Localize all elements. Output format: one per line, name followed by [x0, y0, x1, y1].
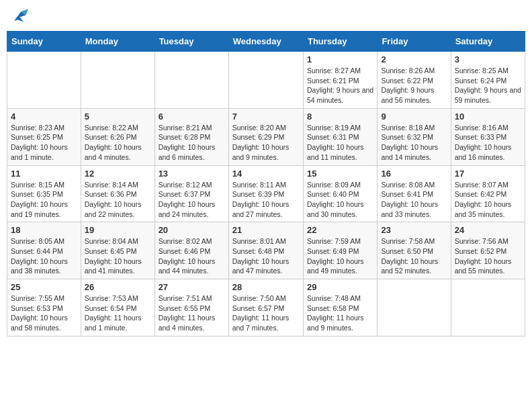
- day-info: Sunrise: 8:21 AM Sunset: 6:28 PM Dayligh…: [159, 123, 225, 163]
- day-info: Sunrise: 7:59 AM Sunset: 6:49 PM Dayligh…: [307, 236, 373, 276]
- day-of-week-header: Thursday: [303, 32, 377, 52]
- calendar-cell: 11Sunrise: 8:15 AM Sunset: 6:35 PM Dayli…: [7, 165, 81, 222]
- day-number: 10: [455, 111, 521, 122]
- day-of-week-header: Saturday: [451, 32, 525, 52]
- calendar-cell: [154, 52, 228, 109]
- day-number: 8: [307, 111, 373, 122]
- day-info: Sunrise: 8:02 AM Sunset: 6:46 PM Dayligh…: [159, 236, 225, 276]
- day-of-week-header: Friday: [378, 32, 451, 52]
- calendar-cell: 6Sunrise: 8:21 AM Sunset: 6:28 PM Daylig…: [154, 108, 228, 165]
- day-info: Sunrise: 8:26 AM Sunset: 6:22 PM Dayligh…: [381, 66, 447, 105]
- day-number: 16: [381, 169, 447, 179]
- calendar-week-row: 4Sunrise: 8:23 AM Sunset: 6:25 PM Daylig…: [7, 108, 525, 165]
- day-info: Sunrise: 8:22 AM Sunset: 6:26 PM Dayligh…: [85, 123, 151, 163]
- calendar-header-row: SundayMondayTuesdayWednesdayThursdayFrid…: [7, 32, 525, 52]
- day-info: Sunrise: 7:53 AM Sunset: 6:54 PM Dayligh…: [85, 293, 151, 333]
- day-info: Sunrise: 8:25 AM Sunset: 6:24 PM Dayligh…: [455, 66, 521, 105]
- day-number: 3: [455, 54, 521, 64]
- calendar-cell: 9Sunrise: 8:18 AM Sunset: 6:32 PM Daylig…: [378, 108, 451, 165]
- day-number: 1: [307, 54, 373, 64]
- day-info: Sunrise: 8:11 AM Sunset: 6:39 PM Dayligh…: [232, 180, 300, 220]
- calendar-cell: 5Sunrise: 8:22 AM Sunset: 6:26 PM Daylig…: [81, 108, 154, 165]
- calendar-cell: 26Sunrise: 7:53 AM Sunset: 6:54 PM Dayli…: [81, 279, 154, 336]
- calendar-cell: 27Sunrise: 7:51 AM Sunset: 6:55 PM Dayli…: [154, 279, 228, 336]
- calendar-cell: [378, 279, 451, 336]
- day-number: 11: [11, 169, 77, 179]
- day-number: 13: [159, 169, 225, 179]
- day-number: 29: [307, 282, 373, 292]
- calendar-cell: 12Sunrise: 8:14 AM Sunset: 6:36 PM Dayli…: [81, 165, 154, 222]
- day-info: Sunrise: 7:56 AM Sunset: 6:52 PM Dayligh…: [455, 236, 521, 276]
- calendar-cell: 20Sunrise: 8:02 AM Sunset: 6:46 PM Dayli…: [154, 222, 228, 279]
- day-info: Sunrise: 7:50 AM Sunset: 6:57 PM Dayligh…: [232, 293, 300, 333]
- day-number: 17: [455, 169, 521, 179]
- calendar-week-row: 11Sunrise: 8:15 AM Sunset: 6:35 PM Dayli…: [7, 165, 525, 222]
- calendar-cell: [7, 52, 81, 109]
- day-info: Sunrise: 8:20 AM Sunset: 6:29 PM Dayligh…: [232, 123, 300, 163]
- day-info: Sunrise: 8:07 AM Sunset: 6:42 PM Dayligh…: [455, 180, 521, 220]
- day-info: Sunrise: 8:23 AM Sunset: 6:25 PM Dayligh…: [11, 123, 77, 163]
- day-of-week-header: Tuesday: [154, 32, 228, 52]
- calendar-cell: [228, 52, 303, 109]
- day-of-week-header: Sunday: [7, 32, 81, 52]
- day-number: 28: [232, 282, 300, 292]
- calendar-week-row: 25Sunrise: 7:55 AM Sunset: 6:53 PM Dayli…: [7, 279, 525, 336]
- day-number: 27: [159, 282, 225, 292]
- day-number: 26: [85, 282, 151, 292]
- day-info: Sunrise: 8:14 AM Sunset: 6:36 PM Dayligh…: [85, 180, 151, 220]
- day-info: Sunrise: 8:19 AM Sunset: 6:31 PM Dayligh…: [307, 123, 373, 163]
- calendar-cell: 3Sunrise: 8:25 AM Sunset: 6:24 PM Daylig…: [451, 52, 525, 109]
- day-info: Sunrise: 8:01 AM Sunset: 6:48 PM Dayligh…: [232, 236, 300, 276]
- calendar-cell: 19Sunrise: 8:04 AM Sunset: 6:45 PM Dayli…: [81, 222, 154, 279]
- day-number: 6: [159, 111, 225, 122]
- calendar-cell: 14Sunrise: 8:11 AM Sunset: 6:39 PM Dayli…: [228, 165, 303, 222]
- calendar-cell: 24Sunrise: 7:56 AM Sunset: 6:52 PM Dayli…: [451, 222, 525, 279]
- calendar-cell: 29Sunrise: 7:48 AM Sunset: 6:58 PM Dayli…: [303, 279, 377, 336]
- day-number: 7: [232, 111, 300, 122]
- day-info: Sunrise: 8:04 AM Sunset: 6:45 PM Dayligh…: [85, 236, 151, 276]
- calendar-week-row: 18Sunrise: 8:05 AM Sunset: 6:44 PM Dayli…: [7, 222, 525, 279]
- day-number: 22: [307, 225, 373, 235]
- calendar-cell: 21Sunrise: 8:01 AM Sunset: 6:48 PM Dayli…: [228, 222, 303, 279]
- day-info: Sunrise: 8:12 AM Sunset: 6:37 PM Dayligh…: [159, 180, 225, 220]
- day-number: 20: [159, 225, 225, 235]
- day-info: Sunrise: 8:16 AM Sunset: 6:33 PM Dayligh…: [455, 123, 521, 163]
- logo-icon: [9, 7, 28, 26]
- day-number: 21: [232, 225, 300, 235]
- page-header: [7, 7, 525, 26]
- calendar-cell: 18Sunrise: 8:05 AM Sunset: 6:44 PM Dayli…: [7, 222, 81, 279]
- calendar-cell: 15Sunrise: 8:09 AM Sunset: 6:40 PM Dayli…: [303, 165, 377, 222]
- day-number: 15: [307, 169, 373, 179]
- day-info: Sunrise: 7:51 AM Sunset: 6:55 PM Dayligh…: [159, 293, 225, 333]
- day-number: 19: [85, 225, 151, 235]
- day-info: Sunrise: 8:18 AM Sunset: 6:32 PM Dayligh…: [381, 123, 447, 163]
- calendar-cell: [81, 52, 154, 109]
- day-info: Sunrise: 8:05 AM Sunset: 6:44 PM Dayligh…: [11, 236, 77, 276]
- day-number: 25: [11, 282, 77, 292]
- calendar-cell: 4Sunrise: 8:23 AM Sunset: 6:25 PM Daylig…: [7, 108, 81, 165]
- day-of-week-header: Monday: [81, 32, 154, 52]
- day-info: Sunrise: 8:27 AM Sunset: 6:21 PM Dayligh…: [307, 66, 373, 105]
- calendar-cell: 1Sunrise: 8:27 AM Sunset: 6:21 PM Daylig…: [303, 52, 377, 109]
- calendar-cell: 17Sunrise: 8:07 AM Sunset: 6:42 PM Dayli…: [451, 165, 525, 222]
- day-number: 4: [11, 111, 77, 122]
- day-info: Sunrise: 7:58 AM Sunset: 6:50 PM Dayligh…: [381, 236, 447, 276]
- day-of-week-header: Wednesday: [228, 32, 303, 52]
- calendar-cell: 8Sunrise: 8:19 AM Sunset: 6:31 PM Daylig…: [303, 108, 377, 165]
- calendar-week-row: 1Sunrise: 8:27 AM Sunset: 6:21 PM Daylig…: [7, 52, 525, 109]
- day-number: 23: [381, 225, 447, 235]
- calendar-table: SundayMondayTuesdayWednesdayThursdayFrid…: [7, 31, 525, 336]
- day-number: 14: [232, 169, 300, 179]
- calendar-cell: 2Sunrise: 8:26 AM Sunset: 6:22 PM Daylig…: [378, 52, 451, 109]
- day-info: Sunrise: 8:15 AM Sunset: 6:35 PM Dayligh…: [11, 180, 77, 220]
- calendar-cell: 28Sunrise: 7:50 AM Sunset: 6:57 PM Dayli…: [228, 279, 303, 336]
- day-info: Sunrise: 7:55 AM Sunset: 6:53 PM Dayligh…: [11, 293, 77, 333]
- logo: [9, 7, 30, 26]
- day-number: 9: [381, 111, 447, 122]
- day-info: Sunrise: 8:09 AM Sunset: 6:40 PM Dayligh…: [307, 180, 373, 220]
- day-number: 24: [455, 225, 521, 235]
- day-number: 2: [381, 54, 447, 64]
- day-number: 5: [85, 111, 151, 122]
- day-info: Sunrise: 7:48 AM Sunset: 6:58 PM Dayligh…: [307, 293, 373, 333]
- day-number: 18: [11, 225, 77, 235]
